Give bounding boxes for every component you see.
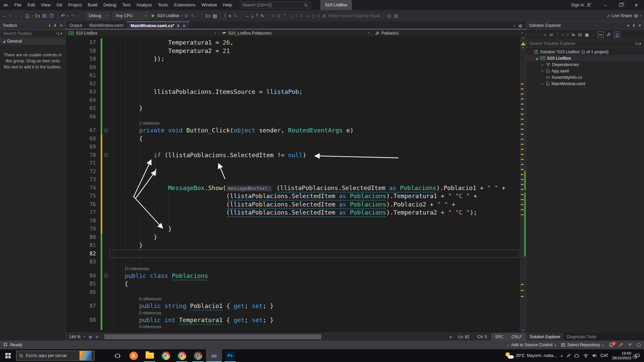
code-line[interactable]: 72{ [66,168,520,176]
code-line[interactable]: 85{ [66,280,520,288]
back-button[interactable]: ← [3,13,7,18]
window-layout-icon[interactable]: ⧉ [634,13,638,18]
same-height-icon[interactable]: ▯ [312,13,315,18]
code-line[interactable]: 77(llistaPoblacions.SelectedItem as Pobl… [66,208,520,217]
menu-file[interactable]: File [11,0,24,10]
sign-in-button[interactable]: Sign in [571,3,584,7]
scroll-left-icon[interactable]: ◀ [96,335,98,339]
tab-output[interactable]: Output [66,21,86,29]
menu-window[interactable]: Window [199,0,220,10]
show-all-files-icon[interactable]: ▣ [585,32,589,37]
code-line[interactable]: 60 [66,63,520,72]
sync-active-document-icon[interactable]: ⇄ [549,32,553,37]
start-without-debugging-icon[interactable] [185,14,189,18]
pen-icon[interactable] [567,354,571,358]
taskbar-app-chrome-1[interactable] [158,349,174,362]
align-right-icon[interactable]: ⊤ [283,13,287,18]
weather-widget[interactable]: 20°C Mayorm. nubla... [505,352,557,359]
restart-icon[interactable]: ↻ [233,13,237,18]
gear-icon[interactable] [518,24,523,28]
panel-tab-solution-explorer[interactable]: Solution Explorer [526,333,564,341]
volume-icon[interactable] [592,354,597,358]
quick-search-box[interactable]: Search (Ctrl+Q) [240,1,311,9]
menu-extensions[interactable]: Extensions [171,0,199,10]
code-line[interactable]: 84–public class Poblacions [66,272,520,280]
device-preview-icon[interactable]: ▥ [387,13,391,18]
minimize-button[interactable]: – [598,0,613,10]
preview-selected-items-icon[interactable]: ⊒ [614,32,620,38]
code-line[interactable]: 70–if (llistaPoblacions.SelectedItem != … [66,151,520,160]
breadcrumb-1[interactable]: C#S10 ListBox▾ [66,29,219,37]
link-documents-icon[interactable]: ∾ [597,32,604,38]
code-line[interactable]: 67–private void Button_Click(object send… [66,126,520,135]
open-folder-icon[interactable] [35,14,40,18]
collapse-all-icon[interactable]: ⊟ [578,32,582,37]
debug-target-select[interactable]: Debug▾ [86,12,110,19]
code-line[interactable]: 87public string Poblacio1 { get; set; } [66,302,520,310]
document-outline-icon[interactable]: ▤ [213,13,217,18]
scroll-right-icon[interactable]: ▶ [448,335,454,339]
toolbox-search-input[interactable]: Search Toolbox ▾ [0,30,65,37]
pin-icon[interactable] [176,24,180,28]
designer-folder-icon[interactable] [206,14,210,18]
menu-test[interactable]: Test [119,0,133,10]
codelens-row[interactable]: 10 references [66,266,520,272]
code-line[interactable]: 78 [66,217,520,225]
menu-edit[interactable]: Edit [24,0,38,10]
hot-reload-icon[interactable]: ✎ [191,13,195,18]
menu-project[interactable]: Project [65,0,85,10]
grid-options-icon[interactable]: ▦ [394,13,398,18]
tree-item-solution-s10-listbox-1-of-1-project-[interactable]: Solution 'S10 ListBox' (1 of 1 project) [526,49,644,55]
code-line[interactable]: 58Temperatura2 = 21 [66,47,520,55]
same-width-icon[interactable]: ▭ [305,13,310,18]
code-line[interactable]: 65} [66,104,520,113]
menu-git[interactable]: Git [53,0,65,10]
code-line[interactable]: 83 [66,258,520,266]
step-out-icon[interactable]: ⤒ [256,13,258,18]
codelens-row[interactable]: 5 references [66,310,520,316]
tab-mainwindow-xaml[interactable]: MainWindow.xaml [86,21,127,29]
code-line[interactable]: 74MessageBox.Show(messageBoxText: (llist… [66,184,520,192]
code-line[interactable]: 86 [66,288,520,297]
vertical-scrollbar[interactable]: ═▲▼ [520,37,526,333]
taskbar-search-input[interactable]: Escriu aquí per cercar [16,351,95,361]
restore-button[interactable] [613,0,629,10]
new-project-icon[interactable] [25,14,29,18]
close-icon[interactable]: ✕ [60,23,63,28]
panel-tab-diagnostic-tools[interactable]: Diagnostic Tools [564,333,599,341]
codelens-row[interactable]: 1 reference [66,121,520,126]
horizontal-scrollbar[interactable] [102,333,446,341]
stop-icon[interactable]: ■ [228,13,231,18]
editor-zoom-select[interactable]: 144 % [69,335,80,339]
pin-icon[interactable] [53,24,57,27]
code-line[interactable]: 73 [66,176,520,184]
refresh-icon[interactable]: ↻ [261,13,265,18]
align-bottom-icon[interactable]: ⊧ [301,13,303,18]
menu-analyze[interactable]: Analyze [133,0,155,10]
code-line[interactable]: 81} [66,241,520,250]
pending-changes-filter-icon[interactable]: ◔ [561,32,564,37]
codelens-row[interactable]: 5 references [66,324,520,330]
pin-icon[interactable] [632,24,636,27]
close-icon[interactable]: ✕ [638,23,641,28]
menu-help[interactable]: Help [220,0,235,10]
close-button[interactable]: ✕ [629,0,644,10]
code-line[interactable]: 63llistaPoblacions.ItemsSource = llistaP… [66,88,520,96]
code-line[interactable]: 69 [66,143,520,151]
send-feedback-icon[interactable] [628,344,632,346]
onedrive-cloud-icon[interactable] [574,354,580,358]
taskbar-app-file-explorer[interactable] [142,349,158,362]
vertical-spacing-icon[interactable]: ≣ [322,13,326,18]
tree-item-app-xaml[interactable]: ▷App.xaml [526,68,644,74]
tree-item-dependencies[interactable]: ▷Dependencies [526,61,644,68]
code-line[interactable]: 75(llistaPoblacions.SelectedItem as Pobl… [66,192,520,200]
code-line[interactable]: 82 [66,250,520,258]
home-icon[interactable]: ⌂ [544,32,546,37]
back-icon[interactable]: ← [529,32,533,37]
line-ending-indicator[interactable]: CRLF [507,333,526,341]
chevron-down-icon[interactable]: ▾ [49,23,51,28]
code-line[interactable]: 59}); [66,55,520,63]
forward-button[interactable]: → [13,13,18,18]
solution-explorer-search-input[interactable]: Search Solution Explorer ▾ [526,40,644,47]
breadcrumb-3[interactable]: Poblacio1▾ [373,29,526,37]
